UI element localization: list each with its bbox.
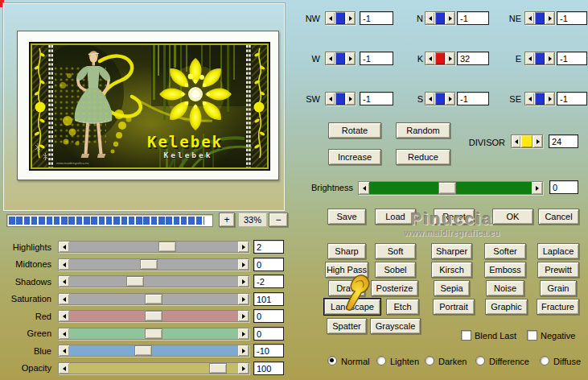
rotate-button[interactable]: Rotate (328, 122, 381, 138)
kernel-value-w[interactable] (360, 52, 393, 65)
filter-button-portrait[interactable]: Portrait (433, 299, 475, 315)
filter-button-noise[interactable]: Noise (486, 280, 524, 296)
slider-left-arrow[interactable] (59, 259, 69, 270)
spinner-channel[interactable] (434, 93, 446, 105)
adjustment-slider-opacity[interactable] (58, 362, 249, 374)
spinner-thumb[interactable] (435, 52, 445, 64)
blend-mode-radio-normal[interactable] (327, 356, 337, 366)
spinner-right-arrow[interactable] (346, 93, 355, 105)
slider-left-arrow[interactable] (59, 345, 69, 356)
filter-button-grayscale[interactable]: Grayscale (370, 318, 421, 334)
slider-right-arrow[interactable] (238, 328, 249, 339)
kernel-value-e[interactable] (557, 52, 587, 65)
kernel-spinner-w[interactable] (325, 52, 356, 65)
adjustment-value-red[interactable] (253, 309, 284, 323)
filter-button-emboss[interactable]: Emboss (484, 262, 526, 278)
slider-right-arrow[interactable] (238, 345, 249, 356)
spinner-channel[interactable] (534, 52, 545, 64)
spinner-thumb[interactable] (435, 12, 445, 24)
adjustment-slider-saturation[interactable] (58, 293, 249, 305)
kernel-value-k[interactable] (457, 52, 489, 65)
spinner-channel[interactable] (534, 12, 545, 24)
filter-button-grain[interactable]: Grain (540, 280, 577, 296)
slider-left-arrow[interactable] (59, 363, 69, 374)
spinner-left-arrow[interactable] (426, 93, 434, 105)
spinner-thumb[interactable] (535, 12, 545, 24)
spinner-channel[interactable] (335, 93, 346, 105)
slider-track[interactable] (69, 363, 238, 374)
filter-button-spatter[interactable]: Spatter (327, 318, 367, 334)
spinner-left-arrow[interactable] (326, 12, 335, 24)
adjustment-slider-midtones[interactable] (58, 258, 249, 271)
slider-left-arrow[interactable] (59, 311, 69, 321)
adjustment-slider-highlights[interactable] (58, 241, 249, 253)
spinner-left-arrow[interactable] (426, 52, 434, 64)
spinner-right-arrow[interactable] (346, 12, 355, 24)
ok-button[interactable]: OK (492, 209, 533, 225)
brightness-slider[interactable] (358, 181, 543, 195)
spinner-thumb[interactable] (535, 52, 545, 64)
adjustment-slider-green[interactable] (58, 328, 249, 340)
slider-left-arrow[interactable] (59, 276, 69, 287)
spinner-right-arrow[interactable] (446, 93, 454, 105)
slider-track[interactable] (69, 294, 238, 304)
blend-mode-radio-lighten[interactable] (376, 356, 386, 366)
spinner-channel[interactable] (520, 135, 533, 147)
spinner-right-arrow[interactable] (545, 93, 554, 105)
kernel-spinner-ne[interactable] (524, 11, 555, 25)
slider-right-arrow[interactable] (238, 294, 249, 304)
filter-button-sharp[interactable]: Sharp (327, 243, 366, 259)
slider-track[interactable] (69, 311, 238, 321)
slider-track[interactable] (69, 328, 238, 339)
kernel-value-ne[interactable] (557, 11, 587, 25)
filter-button-soft[interactable]: Soft (375, 243, 416, 259)
slider-left-arrow[interactable] (59, 328, 69, 339)
spinner-left-arrow[interactable] (426, 12, 434, 24)
adjustment-value-highlights[interactable] (253, 240, 284, 254)
spinner-channel[interactable] (434, 52, 446, 64)
adjustment-value-opacity[interactable] (253, 361, 284, 375)
spinner-thumb[interactable] (535, 93, 545, 105)
kernel-value-nw[interactable] (360, 11, 393, 25)
filter-button-fracture[interactable]: Fracture (537, 299, 579, 315)
slider-track[interactable] (69, 242, 238, 252)
spinner-left-arrow[interactable] (525, 52, 534, 64)
filter-button-sepia[interactable]: Sepia (434, 280, 470, 296)
slider-right-arrow[interactable] (238, 259, 249, 270)
spinner-right-arrow[interactable] (545, 52, 554, 64)
filter-button-etch[interactable]: Etch (386, 299, 419, 315)
slider-thumb[interactable] (140, 259, 158, 270)
slider-track[interactable] (69, 276, 238, 287)
preview-image[interactable]: Kelebek Kelebek Kelebek Kelebek www.maid… (29, 42, 270, 171)
kernel-value-sw[interactable] (360, 92, 393, 105)
blend-mode-radio-diffuse[interactable] (540, 356, 549, 366)
kernel-spinner-n[interactable] (425, 11, 455, 25)
adjustment-value-saturation[interactable] (253, 292, 284, 306)
slider-right-arrow[interactable] (238, 276, 249, 287)
spinner-right-arrow[interactable] (446, 12, 454, 24)
slider-track[interactable] (69, 259, 238, 270)
adjustment-slider-blue[interactable] (58, 345, 249, 357)
load-button[interactable]: Load (375, 209, 416, 225)
spinner-left-arrow[interactable] (525, 93, 534, 105)
slider-left-arrow[interactable] (59, 294, 69, 304)
blend-last-checkbox[interactable] (461, 330, 471, 341)
spinner-thumb[interactable] (435, 93, 445, 105)
spinner-right-arrow[interactable] (533, 135, 542, 147)
cancel-button[interactable]: Cancel (538, 209, 579, 225)
kernel-value-s[interactable] (457, 92, 489, 105)
blend-mode-radio-darken[interactable] (425, 356, 434, 366)
filter-button-laplace[interactable]: Laplace (537, 243, 579, 259)
random-button[interactable]: Random (396, 122, 450, 138)
filter-button-softer[interactable]: Softer (484, 243, 526, 259)
spinner-thumb[interactable] (335, 12, 345, 24)
spinner-left-arrow[interactable] (525, 12, 534, 24)
slider-left-arrow[interactable] (59, 242, 69, 252)
brightness-value[interactable] (549, 180, 578, 194)
zoom-out-button[interactable]: − (269, 213, 288, 227)
slider-thumb[interactable] (438, 182, 456, 194)
spinner-left-arrow[interactable] (512, 135, 520, 147)
spinner-channel[interactable] (534, 93, 545, 105)
kernel-value-se[interactable] (557, 92, 587, 105)
filter-button-prewitt[interactable]: Prewitt (537, 262, 579, 278)
